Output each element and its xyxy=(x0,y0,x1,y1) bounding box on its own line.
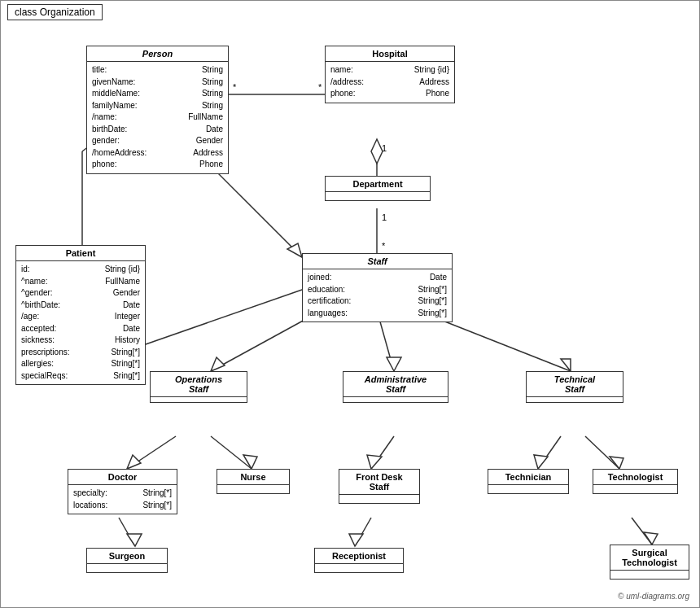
svg-marker-26 xyxy=(367,455,382,469)
svg-text:1: 1 xyxy=(382,212,387,222)
svg-marker-34 xyxy=(349,534,363,546)
technical-staff-box: Technical Staff xyxy=(526,371,623,403)
front-desk-staff-class-name: Front Desk Staff xyxy=(339,470,419,495)
svg-line-23 xyxy=(211,436,252,469)
technician-box: Technician xyxy=(488,469,569,494)
technologist-box: Technologist xyxy=(593,469,678,494)
department-class-name: Department xyxy=(326,177,430,192)
person-class-name: Person xyxy=(87,46,228,62)
operations-staff-class-name: Operations Staff xyxy=(151,372,247,397)
svg-text:1: 1 xyxy=(382,143,387,153)
svg-line-35 xyxy=(632,518,652,545)
svg-line-25 xyxy=(371,436,394,469)
receptionist-class-name: Receptionist xyxy=(315,549,403,564)
svg-marker-14 xyxy=(287,243,302,257)
technician-class-name: Technician xyxy=(488,470,568,485)
svg-line-37 xyxy=(127,284,318,351)
department-box: Department xyxy=(325,176,431,201)
svg-line-31 xyxy=(119,518,135,546)
patient-attributes: id:String {id} ^name:FullName ^gender:Ge… xyxy=(16,261,145,384)
technical-staff-class-name: Technical Staff xyxy=(527,372,623,397)
person-box: Person title:String givenName:String mid… xyxy=(86,46,229,174)
doctor-box: Doctor specialty:String[*] locations:Str… xyxy=(68,469,177,514)
svg-text:*: * xyxy=(318,82,322,92)
surgeon-class-name: Surgeon xyxy=(87,549,167,564)
department-attributes xyxy=(326,192,430,200)
nurse-class-name: Nurse xyxy=(217,470,289,485)
patient-box: Patient id:String {id} ^name:FullName ^g… xyxy=(15,245,146,385)
person-attributes: title:String givenName:String middleName… xyxy=(87,62,228,173)
svg-marker-24 xyxy=(243,455,257,469)
svg-marker-32 xyxy=(127,534,142,546)
staff-class-name: Staff xyxy=(303,254,452,269)
surgical-technologist-class-name: Surgical Technologist xyxy=(610,545,689,571)
diagram-container: class Organization * * 1 * 1 * xyxy=(0,0,700,608)
patient-class-name: Patient xyxy=(16,246,145,261)
receptionist-box: Receptionist xyxy=(314,548,404,573)
surgeon-box: Surgeon xyxy=(86,548,168,573)
svg-text:*: * xyxy=(382,241,386,251)
surgical-technologist-box: Surgical Technologist xyxy=(610,545,689,580)
hospital-attributes: name:String {id} /address:Address phone:… xyxy=(326,62,454,103)
doctor-attributes: specialty:String[*] locations:String[*] xyxy=(68,485,177,514)
svg-marker-20 xyxy=(561,359,571,371)
front-desk-staff-box: Front Desk Staff xyxy=(339,469,420,504)
svg-line-29 xyxy=(585,436,619,469)
doctor-class-name: Doctor xyxy=(68,470,177,485)
svg-marker-16 xyxy=(211,357,225,371)
technologist-class-name: Technologist xyxy=(593,470,677,485)
svg-line-27 xyxy=(538,436,561,469)
svg-marker-28 xyxy=(534,455,548,469)
copyright-text: © uml-diagrams.org xyxy=(618,592,689,601)
administrative-staff-class-name: Administrative Staff xyxy=(343,372,448,397)
svg-marker-18 xyxy=(387,357,401,371)
svg-marker-4 xyxy=(371,139,383,164)
svg-marker-22 xyxy=(127,455,141,469)
operations-staff-box: Operations Staff xyxy=(150,371,247,403)
svg-line-21 xyxy=(127,436,176,469)
administrative-staff-box: Administrative Staff xyxy=(343,371,448,403)
svg-marker-30 xyxy=(610,457,623,469)
diagram-title: class Organization xyxy=(7,4,103,20)
svg-marker-36 xyxy=(644,532,658,545)
staff-box: Staff joined:Date education:String[*] ce… xyxy=(302,253,453,322)
staff-attributes: joined:Date education:String[*] certific… xyxy=(303,269,452,321)
hospital-box: Hospital name:String {id} /address:Addre… xyxy=(325,46,455,103)
hospital-class-name: Hospital xyxy=(326,46,454,62)
svg-text:*: * xyxy=(233,82,237,92)
svg-line-33 xyxy=(355,518,371,546)
nurse-box: Nurse xyxy=(217,469,290,494)
